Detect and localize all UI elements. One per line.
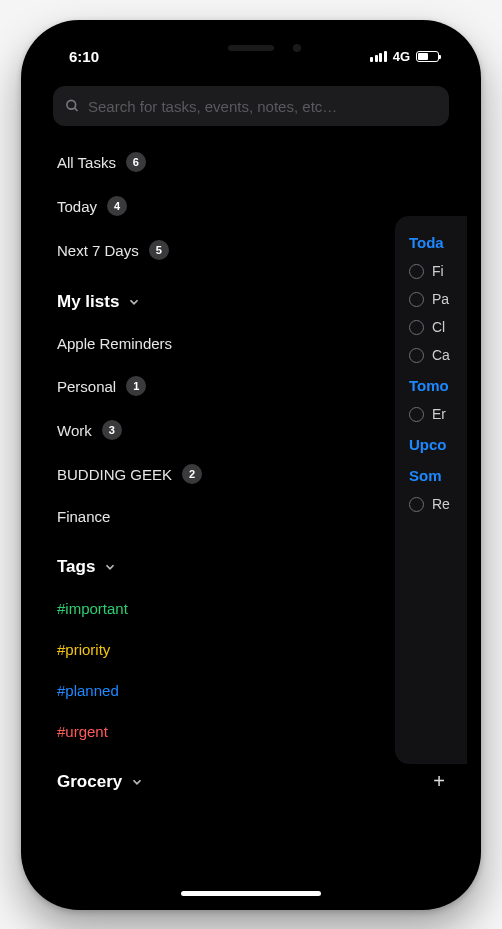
home-indicator[interactable] [181, 891, 321, 896]
chevron-down-icon [130, 775, 144, 789]
peek-task[interactable]: Cl [409, 319, 467, 335]
section-title-label: Grocery [57, 772, 122, 792]
network-label: 4G [393, 49, 410, 64]
phone-frame: 6:10 4G All Tasks 6 Today 4 Next 7 Days [21, 20, 481, 910]
chevron-down-icon [127, 295, 141, 309]
radio-icon[interactable] [409, 497, 424, 512]
nav-label: Next 7 Days [57, 242, 139, 259]
svg-line-1 [74, 108, 77, 111]
search-input[interactable] [88, 98, 437, 115]
list-label: Personal [57, 378, 116, 395]
peek-panel[interactable]: Toda Fi Pa Cl Ca Tomo Er Upco Som Re [395, 216, 467, 764]
list-label: Finance [57, 508, 110, 525]
count-badge: 6 [126, 152, 146, 172]
peek-header: Toda [409, 234, 467, 251]
nav-label: Today [57, 198, 97, 215]
tag-label: #priority [57, 641, 110, 658]
list-label: Apple Reminders [57, 335, 172, 352]
list-label: BUDDING GEEK [57, 466, 172, 483]
radio-icon[interactable] [409, 320, 424, 335]
count-badge: 4 [107, 196, 127, 216]
peek-task[interactable]: Re [409, 496, 467, 512]
peek-task-label: Fi [432, 263, 444, 279]
count-badge: 2 [182, 464, 202, 484]
radio-icon[interactable] [409, 407, 424, 422]
peek-task-label: Ca [432, 347, 450, 363]
tag-label: #important [57, 600, 128, 617]
notch [161, 34, 341, 62]
radio-icon[interactable] [409, 348, 424, 363]
nav-all-tasks[interactable]: All Tasks 6 [35, 140, 467, 184]
status-right: 4G [370, 49, 439, 64]
count-badge: 1 [126, 376, 146, 396]
count-badge: 5 [149, 240, 169, 260]
peek-header: Som [409, 467, 467, 484]
chevron-down-icon [103, 560, 117, 574]
nav-label: All Tasks [57, 154, 116, 171]
peek-task[interactable]: Er [409, 406, 467, 422]
svg-point-0 [67, 100, 76, 109]
search-icon [65, 98, 80, 114]
status-time: 6:10 [69, 48, 99, 65]
battery-icon [416, 51, 439, 62]
add-grocery-button[interactable]: + [433, 770, 445, 793]
section-title-label: Tags [57, 557, 95, 577]
peek-header: Upco [409, 436, 467, 453]
tag-label: #planned [57, 682, 119, 699]
count-badge: 3 [102, 420, 122, 440]
peek-header: Tomo [409, 377, 467, 394]
peek-task-label: Pa [432, 291, 449, 307]
peek-task-label: Re [432, 496, 450, 512]
signal-icon [370, 51, 387, 62]
peek-task[interactable]: Pa [409, 291, 467, 307]
radio-icon[interactable] [409, 292, 424, 307]
peek-task[interactable]: Fi [409, 263, 467, 279]
peek-task[interactable]: Ca [409, 347, 467, 363]
peek-task-label: Cl [432, 319, 445, 335]
content: All Tasks 6 Today 4 Next 7 Days 5 My lis… [35, 86, 467, 896]
tag-label: #urgent [57, 723, 108, 740]
search-bar[interactable] [53, 86, 449, 126]
section-title-label: My lists [57, 292, 119, 312]
screen: 6:10 4G All Tasks 6 Today 4 Next 7 Days [35, 34, 467, 896]
radio-icon[interactable] [409, 264, 424, 279]
list-label: Work [57, 422, 92, 439]
peek-task-label: Er [432, 406, 446, 422]
